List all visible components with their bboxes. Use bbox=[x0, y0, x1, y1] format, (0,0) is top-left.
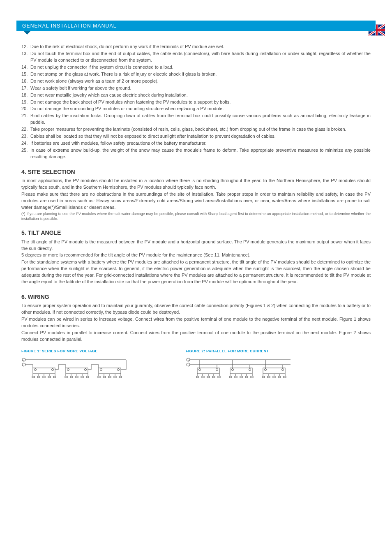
series-diagram-icon: + − bbox=[21, 356, 128, 381]
list-text: Do not work alone (always work as a team… bbox=[30, 78, 371, 85]
svg-rect-57 bbox=[114, 376, 116, 378]
svg-rect-108 bbox=[267, 376, 270, 378]
list-item: 14.Do not unplug the connector if the sy… bbox=[21, 64, 371, 71]
list-num: 14. bbox=[21, 64, 30, 71]
body-text: In most applications, the PV modules sho… bbox=[21, 178, 371, 191]
list-text: Do not stomp on the glass at work. There… bbox=[30, 71, 371, 78]
list-num: 21. bbox=[21, 113, 30, 126]
page: GENERAL INSTALLATION MANUAL 12.Due to th… bbox=[0, 21, 392, 555]
body-text: For the standalone systems with a batter… bbox=[21, 259, 371, 285]
list-item: 18.Do not wear metallic jewelry which ca… bbox=[21, 92, 371, 99]
svg-rect-109 bbox=[273, 376, 275, 378]
list-item: 23.Cables shall be located so that they … bbox=[21, 133, 371, 140]
numbered-list: 12.Due to the risk of electrical shock, … bbox=[21, 44, 371, 160]
header-title: GENERAL INSTALLATION MANUAL bbox=[22, 23, 117, 29]
header-bar: GENERAL INSTALLATION MANUAL bbox=[16, 21, 376, 31]
list-num: 18. bbox=[21, 92, 30, 99]
svg-text:−: − bbox=[23, 364, 25, 366]
list-num: 17. bbox=[21, 85, 30, 92]
list-item: 12.Due to the risk of electrical shock, … bbox=[21, 44, 371, 50]
svg-point-14 bbox=[52, 369, 54, 371]
svg-point-31 bbox=[85, 369, 87, 371]
list-num: 23. bbox=[21, 133, 30, 140]
list-num: 13. bbox=[21, 51, 30, 64]
svg-rect-110 bbox=[278, 376, 281, 378]
list-num: 22. bbox=[21, 126, 30, 133]
section-title-wiring: 6. WIRING bbox=[21, 293, 371, 301]
svg-rect-81 bbox=[218, 376, 220, 378]
svg-point-47 bbox=[100, 369, 102, 371]
svg-rect-23 bbox=[48, 376, 51, 378]
figures-row: FIGURE 1: SERIES FOR MORE VOLTAGE + − bbox=[21, 349, 371, 381]
list-text: Do not damage the back sheet of PV modul… bbox=[30, 99, 371, 106]
section-title-site: 4. SITE SELECTION bbox=[21, 168, 371, 176]
body-text: Connect PV modules in parallel to increa… bbox=[21, 330, 371, 343]
svg-rect-95 bbox=[245, 376, 248, 378]
svg-rect-22 bbox=[43, 376, 45, 378]
list-text: Do not wear metallic jewelry which can c… bbox=[30, 92, 371, 99]
svg-rect-79 bbox=[207, 376, 210, 378]
svg-rect-37 bbox=[65, 376, 67, 378]
svg-rect-96 bbox=[251, 376, 253, 378]
figure-2: FIGURE 2: PARALLEL FOR MORE CURRENT + − bbox=[186, 349, 293, 381]
svg-rect-78 bbox=[202, 376, 204, 378]
list-num: 25. bbox=[21, 147, 30, 160]
svg-rect-24 bbox=[53, 376, 56, 378]
list-text: Wear a safety belt if working far above … bbox=[30, 85, 371, 92]
list-item: 20.Do not damage the surrounding PV modu… bbox=[21, 106, 371, 112]
svg-point-71 bbox=[216, 369, 218, 371]
list-num: 12. bbox=[21, 44, 30, 50]
list-num: 24. bbox=[21, 140, 30, 147]
header-tab-icon bbox=[24, 31, 30, 35]
list-num: 20. bbox=[21, 106, 30, 112]
svg-rect-55 bbox=[103, 376, 106, 378]
svg-rect-111 bbox=[284, 376, 286, 378]
list-item: 16.Do not work alone (always work as a t… bbox=[21, 78, 371, 85]
list-text: Do not touch the terminal box and the en… bbox=[30, 51, 371, 64]
list-item: 17.Wear a safety belt if working far abo… bbox=[21, 85, 371, 92]
body-text: PV modules can be wired in series to inc… bbox=[21, 316, 371, 329]
list-item: 24.If batteries are used with modules, f… bbox=[21, 140, 371, 147]
list-item: 25.In case of extreme snow build-up, the… bbox=[21, 147, 371, 160]
svg-point-13 bbox=[35, 369, 37, 371]
svg-point-86 bbox=[249, 369, 251, 371]
svg-rect-39 bbox=[76, 376, 78, 378]
figure-1: FIGURE 1: SERIES FOR MORE VOLTAGE + − bbox=[21, 349, 128, 381]
list-item: 22.Take proper measures for preventing t… bbox=[21, 126, 371, 133]
svg-point-30 bbox=[67, 369, 69, 371]
svg-rect-77 bbox=[196, 376, 199, 378]
list-item: 21.Bind cables by the insulation locks. … bbox=[21, 113, 371, 126]
svg-text:+: + bbox=[187, 359, 189, 361]
svg-point-85 bbox=[232, 369, 234, 371]
list-text: Take proper measures for preventing the … bbox=[30, 126, 371, 133]
list-text: Bind cables by the insulation locks. Dro… bbox=[30, 113, 371, 126]
svg-point-101 bbox=[282, 369, 284, 371]
list-text: Do not unplug the connector if the syste… bbox=[30, 64, 371, 71]
svg-rect-41 bbox=[86, 376, 89, 378]
content: 12.Due to the risk of electrical shock, … bbox=[21, 44, 371, 381]
list-text: Do not damage the surrounding PV modules… bbox=[30, 106, 371, 112]
list-item: 19.Do not damage the back sheet of PV mo… bbox=[21, 99, 371, 106]
svg-rect-58 bbox=[119, 376, 122, 378]
body-text: Please make sure that there are no obstr… bbox=[21, 191, 371, 211]
svg-rect-38 bbox=[70, 376, 73, 378]
svg-point-100 bbox=[265, 369, 267, 371]
figure-title: FIGURE 1: SERIES FOR MORE VOLTAGE bbox=[21, 349, 128, 354]
svg-text:+: + bbox=[23, 359, 25, 361]
svg-rect-93 bbox=[235, 376, 237, 378]
parallel-diagram-icon: + − bbox=[186, 356, 293, 381]
svg-rect-94 bbox=[240, 376, 242, 378]
svg-rect-107 bbox=[262, 376, 265, 378]
svg-point-70 bbox=[199, 369, 201, 371]
list-text: Cables shall be located so that they wil… bbox=[30, 133, 371, 140]
body-text: To ensure proper system operation and to… bbox=[21, 303, 371, 316]
svg-rect-80 bbox=[212, 376, 215, 378]
body-text: The tilt angle of the PV module is the m… bbox=[21, 239, 371, 252]
list-item: 13.Do not touch the terminal box and the… bbox=[21, 51, 371, 64]
svg-point-48 bbox=[118, 369, 120, 371]
svg-rect-92 bbox=[229, 376, 232, 378]
list-num: 15. bbox=[21, 71, 30, 78]
svg-rect-54 bbox=[98, 376, 100, 378]
list-num: 19. bbox=[21, 99, 30, 106]
section-title-tilt: 5. TILT ANGLE bbox=[21, 229, 371, 237]
